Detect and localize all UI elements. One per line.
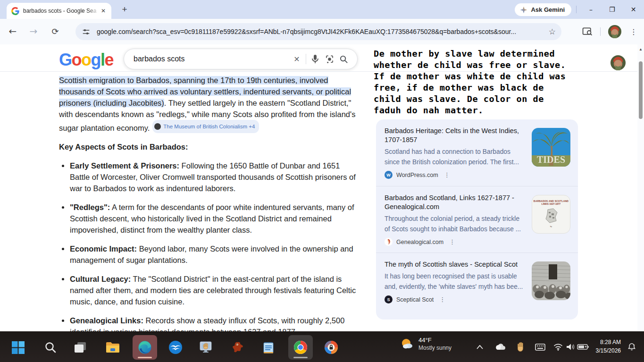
- bullet-early-settlement: Early Settlement & Prisoners: Following …: [70, 160, 360, 194]
- bullet-redlegs: "Redlegs": A term for the descendants of…: [70, 202, 360, 236]
- card-source: Sceptical Scot: [396, 296, 434, 303]
- minimize-button[interactable]: –: [580, 6, 602, 13]
- google-favicon: [11, 7, 19, 15]
- overview-lead-paragraph: Scottish emigration to Barbados, spannin…: [59, 75, 360, 134]
- back-button[interactable]: ←: [5, 24, 21, 40]
- source-card-1[interactable]: Barbados Heritage: Celts in the West Ind…: [376, 119, 578, 186]
- task-view-icon[interactable]: [68, 335, 92, 360]
- browser-window: barbados scots - Google Sea ✕ + Ask Gemi…: [0, 0, 644, 331]
- close-button[interactable]: ✕: [623, 6, 644, 13]
- window-controls: – ❐ ✕: [580, 0, 644, 19]
- forward-button[interactable]: →: [25, 24, 42, 40]
- chrome-icon[interactable]: [288, 335, 313, 360]
- card-menu-icon[interactable]: ⋮: [449, 238, 455, 245]
- card-title[interactable]: Barbados and Scotland, Links 1627-1877 -…: [385, 194, 525, 211]
- touch-keyboard-icon[interactable]: [532, 339, 548, 355]
- cover-byline: by: [532, 225, 570, 227]
- search-box[interactable]: ✕: [124, 49, 358, 69]
- card-menu-icon[interactable]: ⋮: [444, 171, 450, 178]
- notification-bell-icon[interactable]: z: [624, 339, 640, 355]
- tab-strip: barbados scots - Google Sea ✕ + Ask Gemi…: [0, 0, 644, 19]
- card-title[interactable]: The myth of Scottish slaves - Sceptical …: [385, 260, 525, 269]
- reload-button[interactable]: ⟳: [47, 24, 63, 40]
- scrollbar-thumb[interactable]: [639, 61, 643, 119]
- svg-text:TIDES: TIDES: [537, 154, 565, 165]
- search-submit-icon[interactable]: [336, 55, 351, 64]
- notepad-icon[interactable]: [256, 335, 281, 360]
- weather-widget[interactable]: 44°F Mostly sunny: [400, 336, 452, 352]
- citation-chip[interactable]: The Museum of British Colonialism +4: [152, 120, 259, 133]
- battery-icon[interactable]: [575, 339, 591, 355]
- google-logo[interactable]: Google: [59, 50, 113, 70]
- onedrive-cloud-icon[interactable]: [492, 339, 508, 355]
- tray-hand-icon[interactable]: [512, 339, 528, 355]
- weather-temp: 44°F: [418, 336, 452, 344]
- bullet-genealogical-links: Genealogical Links: Records show a stead…: [70, 315, 360, 331]
- restore-button[interactable]: ❐: [602, 6, 623, 13]
- sources-panel: Barbados Heritage: Celts in the West Ind…: [376, 119, 578, 320]
- privacy-browser-icon[interactable]: [319, 335, 343, 360]
- ai-overview: Scottish emigration to Barbados, spannin…: [59, 75, 360, 331]
- card-source: WordPress.com: [396, 172, 438, 178]
- scroll-up-icon[interactable]: ▲: [637, 47, 644, 51]
- ask-gemini-button[interactable]: Ask Gemini: [515, 3, 571, 16]
- bullet-cultural-legacy: Cultural Legacy: The "Scotland District"…: [70, 273, 360, 307]
- toolbar-divider: [600, 27, 601, 36]
- weather-condition: Mostly sunny: [418, 344, 452, 352]
- card-description: Scotland has had a connection to Barbado…: [385, 147, 525, 168]
- page-scrollbar[interactable]: ▲: [637, 44, 644, 331]
- card-description: It has long been recognised the past is …: [385, 271, 525, 292]
- card-thumbnail-photo[interactable]: [532, 261, 570, 300]
- address-bar[interactable]: google.com/search?sca_esv=0c91811187e599…: [75, 23, 561, 40]
- google-account-avatar[interactable]: [611, 55, 626, 70]
- browser-tab[interactable]: barbados scots - Google Sea ✕: [7, 3, 111, 19]
- gemini-spark-icon: [520, 6, 527, 14]
- svg-text:z: z: [634, 344, 635, 346]
- sceptical-scot-icon: S: [385, 295, 393, 303]
- lens-search-icon[interactable]: [322, 55, 336, 64]
- genealogical-icon: [385, 238, 393, 246]
- overlay-caption-text: De mother by slave law determined whethe…: [374, 48, 595, 116]
- taskbar: 44°F Mostly sunny: [0, 331, 644, 362]
- red-mascot-icon[interactable]: [226, 335, 250, 360]
- browser-toolbar: ← → ⟳ google.com/search?sca_esv=0c918111…: [0, 19, 644, 44]
- card-source: Genealogical.com: [396, 239, 443, 245]
- url-text[interactable]: google.com/search?sca_esv=0c91811187e599…: [97, 28, 544, 35]
- start-button[interactable]: [6, 335, 30, 360]
- tray-chevron-up-icon[interactable]: [472, 339, 488, 355]
- clock-time: 8:28 AM: [593, 338, 621, 346]
- browser-profile-avatar[interactable]: [608, 25, 621, 38]
- new-tab-button[interactable]: +: [119, 4, 130, 15]
- bookmark-star-icon[interactable]: ☆: [549, 27, 556, 36]
- remote-viewer-icon[interactable]: [193, 335, 218, 360]
- overview-heading: Key Aspects of Scots in Barbados:: [59, 141, 360, 152]
- card-thumbnail-bookcover[interactable]: BARBADOS AND SCOTLAND LINKS 1627-1877 by: [532, 195, 570, 234]
- tab-title: barbados scots - Google Sea: [23, 8, 99, 14]
- file-explorer-icon[interactable]: [100, 335, 125, 360]
- clock-date: 3/15/2026: [593, 346, 621, 355]
- clear-search-icon[interactable]: ✕: [290, 55, 304, 64]
- source-card-3[interactable]: The myth of Scottish slaves - Sceptical …: [376, 253, 578, 319]
- taskbar-clock[interactable]: 8:28 AM 3/15/2026: [593, 338, 621, 355]
- edge-active-indicator: [138, 357, 152, 358]
- wordpress-icon: W: [385, 171, 393, 179]
- search-tabs-icon[interactable]: [582, 27, 593, 36]
- card-menu-icon[interactable]: ⋮: [439, 296, 445, 303]
- search-input[interactable]: [134, 55, 290, 63]
- weather-icon: [400, 337, 414, 351]
- card-title[interactable]: Barbados Heritage: Celts in the West Ind…: [385, 126, 525, 144]
- edge-icon[interactable]: [133, 335, 157, 360]
- card-thumbnail-palm[interactable]: TIDES: [532, 128, 570, 167]
- bullet-economic-impact: Economic Impact: Beyond labor, many Scot…: [70, 243, 360, 266]
- source-card-2[interactable]: Barbados and Scotland, Links 1627-1877 -…: [376, 186, 578, 253]
- openoffice-icon[interactable]: [163, 335, 188, 360]
- voice-search-icon[interactable]: [308, 54, 322, 64]
- search-results-page: Google ✕: [0, 44, 644, 331]
- citation-source-icon: [154, 123, 161, 130]
- browser-menu-icon[interactable]: ⋮: [629, 27, 638, 36]
- taskbar-search-icon[interactable]: [38, 335, 63, 360]
- caption-divider: [576, 6, 577, 13]
- site-settings-icon[interactable]: [82, 28, 90, 36]
- tab-close-icon[interactable]: ✕: [99, 7, 108, 15]
- search-divider: [306, 54, 306, 64]
